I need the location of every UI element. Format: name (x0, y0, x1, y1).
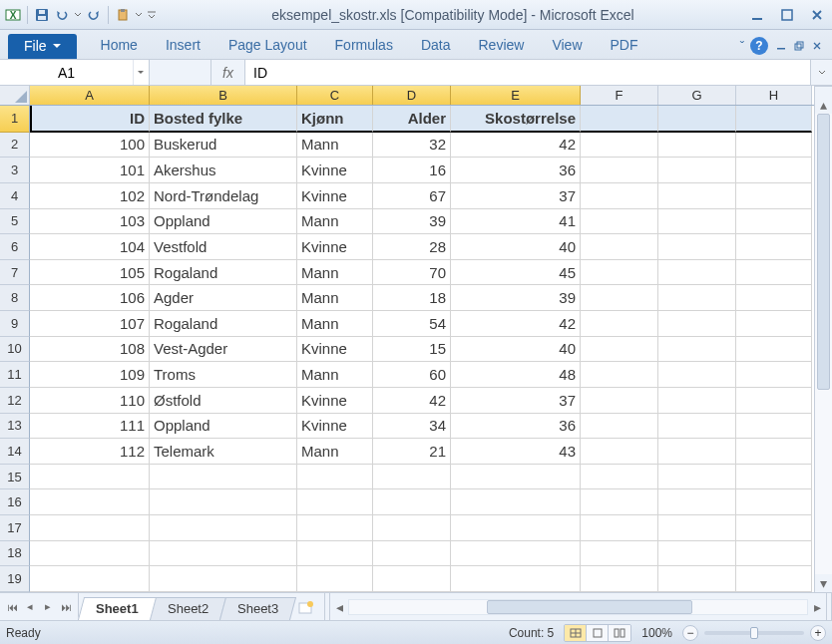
cell[interactable]: Vestfold (150, 234, 297, 260)
column-header-A[interactable]: A (30, 86, 150, 105)
cell[interactable] (736, 209, 812, 235)
excel-icon[interactable]: X (4, 6, 22, 24)
cell[interactable]: 40 (451, 234, 581, 260)
row-header[interactable]: 7 (0, 260, 30, 286)
cell[interactable] (581, 285, 658, 311)
cell[interactable]: 45 (451, 260, 581, 286)
cell[interactable]: Mann (297, 362, 373, 388)
cell[interactable]: 36 (451, 414, 581, 440)
maximize-button[interactable] (778, 6, 796, 24)
cell[interactable] (658, 158, 736, 183)
cell[interactable]: 43 (451, 439, 581, 465)
cell[interactable]: Rogaland (150, 311, 297, 337)
cell[interactable]: 36 (451, 158, 581, 183)
cell[interactable]: 67 (373, 183, 451, 209)
cell[interactable] (581, 388, 658, 414)
ribbon-tab-home[interactable]: Home (87, 32, 152, 59)
sheet-nav-first-icon[interactable]: ⏮ (4, 598, 20, 616)
cell[interactable]: 34 (373, 414, 451, 440)
cell[interactable] (736, 260, 812, 286)
cell[interactable]: Telemark (150, 439, 297, 465)
cell[interactable]: 103 (30, 209, 150, 235)
cell[interactable] (658, 183, 736, 209)
cell[interactable] (150, 489, 297, 515)
cell[interactable] (736, 183, 812, 209)
cell[interactable] (581, 541, 658, 567)
sheet-tab[interactable]: Sheet2 (150, 597, 226, 620)
paste-icon[interactable] (114, 6, 132, 24)
name-box-dropdown-icon[interactable] (133, 60, 149, 85)
cell[interactable]: Kvinne (297, 414, 373, 440)
sheet-tab[interactable]: Sheet3 (219, 597, 296, 620)
cell[interactable]: 37 (451, 183, 581, 209)
cell[interactable] (658, 414, 736, 440)
cell[interactable] (30, 465, 150, 490)
ribbon-minimize-icon[interactable]: ˇ (740, 39, 744, 54)
cell[interactable] (658, 285, 736, 311)
cell[interactable]: Oppland (150, 209, 297, 235)
cell[interactable]: 37 (451, 388, 581, 414)
redo-icon[interactable] (85, 6, 103, 24)
paste-dropdown-icon[interactable] (134, 6, 144, 24)
row-header[interactable]: 4 (0, 183, 30, 209)
cell[interactable]: 54 (373, 311, 451, 337)
row-header[interactable]: 15 (0, 465, 30, 490)
cell[interactable] (30, 489, 150, 515)
cell[interactable] (581, 260, 658, 286)
view-page-layout-icon[interactable] (587, 625, 609, 641)
undo-dropdown-icon[interactable] (73, 6, 83, 24)
cell[interactable] (581, 362, 658, 388)
select-all-corner[interactable] (0, 86, 30, 105)
cell[interactable] (658, 133, 736, 159)
cell[interactable] (30, 541, 150, 567)
column-header-H[interactable]: H (736, 86, 812, 105)
sheet-nav-prev-icon[interactable]: ◂ (22, 598, 38, 616)
row-header[interactable]: 10 (0, 337, 30, 363)
cell[interactable] (736, 158, 812, 183)
cell[interactable]: Mann (297, 311, 373, 337)
cell[interactable] (658, 311, 736, 337)
row-header[interactable]: 19 (0, 566, 30, 592)
cell[interactable]: 32 (373, 133, 451, 159)
row-header[interactable]: 14 (0, 439, 30, 465)
row-header[interactable]: 9 (0, 311, 30, 337)
cell[interactable]: Kvinne (297, 337, 373, 363)
cell[interactable]: 21 (373, 439, 451, 465)
cell[interactable] (658, 465, 736, 490)
cell[interactable] (658, 566, 736, 592)
scroll-right-icon[interactable]: ▸ (808, 598, 826, 616)
cell[interactable] (736, 465, 812, 490)
zoom-level[interactable]: 100% (641, 626, 672, 640)
ribbon-tab-data[interactable]: Data (407, 32, 465, 59)
cell[interactable]: Mann (297, 209, 373, 235)
cell[interactable]: 16 (373, 158, 451, 183)
cell[interactable] (150, 515, 297, 541)
workbook-restore-icon[interactable] (792, 39, 806, 53)
sheet-nav-last-icon[interactable]: ⏭ (58, 598, 74, 616)
name-box[interactable] (0, 60, 150, 85)
cell[interactable] (581, 515, 658, 541)
cell[interactable]: 42 (451, 133, 581, 159)
cell[interactable]: Rogaland (150, 260, 297, 286)
view-normal-icon[interactable] (565, 625, 587, 641)
cell[interactable] (736, 234, 812, 260)
cell[interactable]: Nord-Trøndelag (150, 183, 297, 209)
cell[interactable] (150, 541, 297, 567)
cell[interactable] (451, 566, 581, 592)
cell[interactable] (581, 311, 658, 337)
sheet-nav-next-icon[interactable]: ▸ (40, 598, 56, 616)
row-header[interactable]: 1 (0, 106, 30, 133)
cell[interactable] (297, 489, 373, 515)
scroll-left-icon[interactable]: ◂ (330, 598, 348, 616)
vertical-scrollbar[interactable]: ▴ ▾ (814, 86, 832, 592)
minimize-button[interactable] (748, 6, 766, 24)
help-icon[interactable]: ? (750, 37, 768, 55)
cell[interactable]: 40 (451, 337, 581, 363)
cell[interactable] (297, 566, 373, 592)
cell[interactable] (451, 515, 581, 541)
cell[interactable]: 102 (30, 183, 150, 209)
column-header-B[interactable]: B (150, 86, 297, 105)
cell[interactable]: Akershus (150, 158, 297, 183)
ribbon-tab-page-layout[interactable]: Page Layout (214, 32, 321, 59)
cell[interactable] (658, 541, 736, 567)
